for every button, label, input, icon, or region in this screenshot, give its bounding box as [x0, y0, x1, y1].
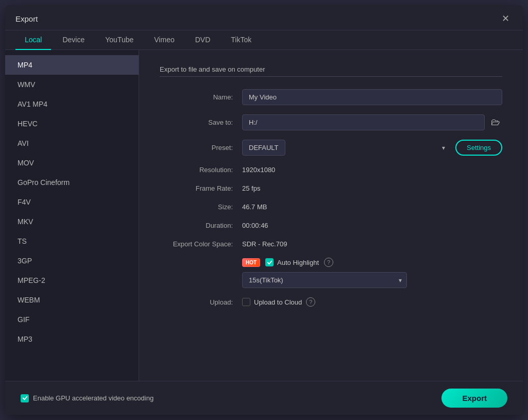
dialog-header: Export ✕ [5, 5, 523, 30]
resolution-row: Resolution: 1920x1080 [160, 165, 502, 174]
auto-highlight-info-icon[interactable]: ? [324, 258, 333, 267]
sidebar-item-mpeg2[interactable]: MPEG-2 [5, 271, 139, 290]
preset-control: DEFAULT Settings [242, 140, 502, 156]
dialog-body: MP4 WMV AV1 MP4 HEVC AVI MOV GoPro Cinef… [5, 50, 523, 381]
sidebar-item-gif[interactable]: GIF [5, 310, 139, 329]
sidebar-item-av1mp4[interactable]: AV1 MP4 [5, 94, 139, 114]
preset-select-wrapper: DEFAULT [242, 140, 450, 156]
upload-cloud-label[interactable]: Upload to Cloud [242, 298, 302, 306]
upload-cloud-checkbox[interactable] [242, 298, 250, 306]
frame-rate-control: 25 fps [242, 183, 502, 193]
save-to-row: Save to: 🗁 [160, 114, 502, 130]
size-row: Size: 46.7 MB [160, 202, 502, 211]
tab-local[interactable]: Local [15, 30, 51, 50]
upload-row: Upload: Upload to Cloud ? [160, 297, 502, 307]
dialog-footer: Enable GPU accelerated video encoding Ex… [5, 381, 523, 415]
sidebar-item-avi[interactable]: AVI [5, 133, 139, 153]
duration-row: Duration: 00:00:46 [160, 221, 502, 230]
save-to-control: 🗁 [242, 114, 502, 130]
gpu-checkbox[interactable] [21, 394, 29, 402]
sidebar-item-webm[interactable]: WEBM [5, 290, 139, 310]
settings-button[interactable]: Settings [455, 140, 502, 156]
upload-info-symbol: ? [309, 299, 312, 305]
preset-select[interactable]: DEFAULT [242, 140, 285, 156]
name-input[interactable] [242, 89, 502, 105]
format-sidebar: MP4 WMV AV1 MP4 HEVC AVI MOV GoPro Cinef… [5, 50, 139, 381]
check-icon [267, 260, 272, 265]
sidebar-item-ts[interactable]: TS [5, 231, 139, 251]
size-text: 46.7 MB [242, 203, 267, 211]
size-control: 46.7 MB [242, 202, 502, 211]
sidebar-item-gopro[interactable]: GoPro Cineform [5, 173, 139, 192]
frame-rate-text: 25 fps [242, 184, 260, 192]
auto-highlight-text: Auto Highlight [277, 259, 319, 266]
name-label: Name: [160, 93, 242, 101]
gpu-check-icon [22, 395, 28, 401]
tab-dvd[interactable]: DVD [186, 30, 220, 50]
upload-info-icon[interactable]: ? [306, 297, 315, 307]
main-content: Export to file and save on computer Name… [139, 50, 523, 381]
sidebar-item-hevc[interactable]: HEVC [5, 114, 139, 133]
tiktok-select-outer: 15s(TikTok) [242, 272, 407, 288]
sidebar-item-mov[interactable]: MOV [5, 153, 139, 173]
tiktok-dropdown-wrapper: 15s(TikTok) [242, 272, 502, 288]
sidebar-item-mp3[interactable]: MP3 [5, 329, 139, 349]
size-label: Size: [160, 203, 242, 211]
export-button[interactable]: Export [441, 389, 507, 408]
frame-rate-label: Frame Rate: [160, 184, 242, 192]
preset-row: Preset: DEFAULT Settings [160, 140, 502, 156]
color-space-row: Export Color Space: SDR - Rec.709 [160, 239, 502, 248]
auto-highlight-row: HOT Auto Highlight ? [160, 258, 502, 288]
duration-control: 00:00:46 [242, 221, 502, 230]
resolution-label: Resolution: [160, 166, 242, 174]
info-symbol: ? [327, 259, 330, 265]
tab-vimeo[interactable]: Vimeo [145, 30, 183, 50]
dialog-title: Export [15, 14, 38, 23]
preset-label: Preset: [160, 144, 242, 152]
auto-highlight-control: HOT Auto Highlight ? [242, 258, 502, 288]
overlay: Export ✕ Local Device YouTube Vimeo DVD … [0, 0, 528, 420]
sidebar-item-3gp[interactable]: 3GP [5, 251, 139, 271]
close-button[interactable]: ✕ [498, 11, 513, 26]
auto-highlight-checkbox[interactable] [265, 258, 274, 266]
tab-bar: Local Device YouTube Vimeo DVD TikTok [5, 30, 523, 50]
resolution-text: 1920x1080 [242, 166, 275, 174]
auto-highlight-content: HOT Auto Highlight ? [242, 258, 502, 267]
color-space-control: SDR - Rec.709 [242, 239, 502, 248]
tab-device[interactable]: Device [53, 30, 94, 50]
save-to-label: Save to: [160, 119, 242, 126]
export-dialog: Export ✕ Local Device YouTube Vimeo DVD … [5, 5, 523, 415]
name-row: Name: [160, 89, 502, 105]
color-space-label: Export Color Space: [160, 240, 242, 248]
gpu-row: Enable GPU accelerated video encoding [21, 394, 154, 402]
sidebar-item-f4v[interactable]: F4V [5, 192, 139, 212]
save-to-input[interactable] [242, 114, 485, 130]
sidebar-item-mp4[interactable]: MP4 [5, 55, 139, 75]
sidebar-item-mkv[interactable]: MKV [5, 212, 139, 231]
folder-button[interactable]: 🗁 [489, 115, 502, 130]
tiktok-select[interactable]: 15s(TikTok) [242, 272, 407, 288]
name-control [242, 89, 502, 105]
folder-icon: 🗁 [491, 117, 500, 128]
sidebar-item-wmv[interactable]: WMV [5, 75, 139, 94]
tab-tiktok[interactable]: TikTok [222, 30, 261, 50]
color-space-text: SDR - Rec.709 [242, 240, 287, 248]
gpu-label: Enable GPU accelerated video encoding [33, 394, 154, 402]
hot-badge: HOT [242, 258, 260, 267]
tab-youtube[interactable]: YouTube [96, 30, 143, 50]
auto-highlight-label[interactable]: Auto Highlight [265, 258, 319, 266]
section-title: Export to file and save on computer [160, 65, 502, 77]
upload-content: Upload to Cloud ? [242, 297, 502, 307]
duration-label: Duration: [160, 222, 242, 229]
resolution-value: 1920x1080 [242, 165, 502, 174]
upload-cloud-text: Upload to Cloud [254, 298, 302, 306]
frame-rate-row: Frame Rate: 25 fps [160, 183, 502, 193]
upload-control: Upload to Cloud ? [242, 297, 502, 307]
duration-text: 00:00:46 [242, 222, 268, 229]
upload-label: Upload: [160, 298, 242, 306]
